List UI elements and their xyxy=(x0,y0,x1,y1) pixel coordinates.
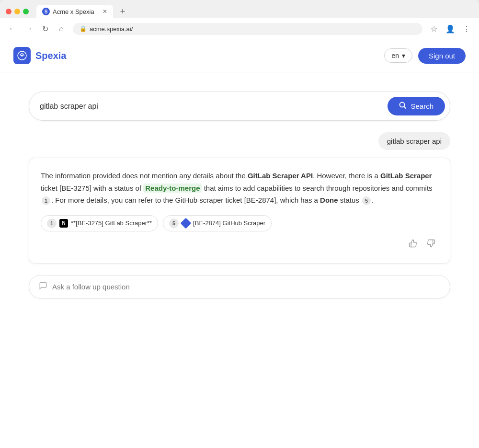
text-segment-2: . However, there is a xyxy=(313,172,380,180)
lock-icon: 🔒 xyxy=(80,25,87,32)
source-chip-1[interactable]: 1 N **[BE-3275] GitLab Scraper** xyxy=(41,215,158,231)
search-container: Search xyxy=(29,92,450,121)
bookmark-icon[interactable]: ☆ xyxy=(427,22,441,35)
search-button-label: Search xyxy=(411,102,433,110)
main-content: Search gitlab scraper api The informatio… xyxy=(0,72,479,318)
feedback-row xyxy=(41,237,438,252)
close-traffic-light[interactable] xyxy=(6,9,11,14)
profile-icon[interactable]: 👤 xyxy=(444,22,457,35)
url-text: acme.spexia.ai/ xyxy=(90,25,133,33)
text-segment-5: . For more details, you can refer to the… xyxy=(51,196,320,204)
refresh-button[interactable]: ↻ xyxy=(38,22,52,35)
ref-badge-5: 5 xyxy=(362,196,371,205)
forward-button[interactable]: → xyxy=(22,22,35,35)
source-chip-5[interactable]: 5 [BE-2874] GitHub Scraper xyxy=(163,215,272,231)
followup-container xyxy=(29,275,450,299)
browser-chrome: S Acme x Spexia ✕ + ← → ↻ ⌂ 🔒 acme.spexi… xyxy=(0,0,479,39)
minimize-traffic-light[interactable] xyxy=(14,9,20,14)
text-segment-4: that aims to add capabilities to search … xyxy=(202,184,432,192)
tab-title: Acme x Spexia xyxy=(53,8,94,15)
assistant-message: The information provided does not mentio… xyxy=(29,158,450,264)
lang-label: en xyxy=(391,52,399,59)
maximize-traffic-light[interactable] xyxy=(23,9,29,14)
search-input[interactable] xyxy=(40,102,388,111)
assistant-text: The information provided does not mentio… xyxy=(41,170,438,207)
new-tab-button[interactable]: + xyxy=(117,6,128,17)
url-field[interactable]: 🔒 acme.spexia.ai/ xyxy=(73,23,422,35)
traffic-lights xyxy=(6,9,29,14)
user-message: gitlab scraper api xyxy=(29,132,450,150)
browser-tab[interactable]: S Acme x Spexia ✕ xyxy=(36,5,113,18)
search-icon xyxy=(399,102,407,111)
ready-to-merge-badge: Ready-to-merge xyxy=(143,184,202,193)
ref-badge-1: 1 xyxy=(42,196,50,205)
app-header: Spexia en ▾ Sign out xyxy=(0,39,479,72)
sources-row: 1 N **[BE-3275] GitLab Scraper** 5 [BE-2… xyxy=(41,215,438,231)
messages-area: gitlab scraper api The information provi… xyxy=(29,132,450,264)
text-segment-1: The information provided does not mentio… xyxy=(41,172,248,180)
tab-favicon: S xyxy=(42,8,50,15)
gitlab-scraper-api-bold: GitLab Scraper API xyxy=(248,172,313,180)
language-selector[interactable]: en ▾ xyxy=(384,48,412,63)
diamond-icon xyxy=(181,218,192,229)
tab-close-icon[interactable]: ✕ xyxy=(103,8,107,15)
menu-icon[interactable]: ⋮ xyxy=(460,22,473,35)
logo: Spexia xyxy=(13,47,66,64)
chat-bubble-icon xyxy=(39,281,47,292)
logo-icon xyxy=(13,47,31,64)
followup-input[interactable] xyxy=(52,283,440,291)
thumbs-down-button[interactable] xyxy=(424,237,438,252)
back-button[interactable]: ← xyxy=(6,22,19,35)
sign-out-button[interactable]: Sign out xyxy=(418,48,466,64)
text-segment-3: ticket [BE-3275] with a status of xyxy=(41,184,143,192)
home-button[interactable]: ⌂ xyxy=(55,22,68,35)
user-bubble: gitlab scraper api xyxy=(378,132,450,150)
header-right: en ▾ Sign out xyxy=(384,48,466,64)
source-num-5: 5 xyxy=(169,218,179,228)
text-segment-6: status xyxy=(338,196,361,204)
search-button[interactable]: Search xyxy=(388,97,445,115)
nav-buttons: ← → ↻ ⌂ xyxy=(6,22,68,35)
logo-text: Spexia xyxy=(35,50,66,61)
source-label-1: **[BE-3275] GitLab Scraper** xyxy=(71,219,152,227)
source-num-1: 1 xyxy=(47,218,57,228)
address-bar: ← → ↻ ⌂ 🔒 acme.spexia.ai/ ☆ 👤 ⋮ xyxy=(0,18,479,39)
source-label-5: [BE-2874] GitHub Scraper xyxy=(193,219,265,227)
done-bold: Done xyxy=(320,196,338,204)
notion-icon: N xyxy=(59,219,68,228)
text-segment-7: . xyxy=(372,196,374,204)
gitlab-scraper-bold: GitLab Scraper xyxy=(380,172,432,180)
address-bar-right: ☆ 👤 ⋮ xyxy=(427,22,473,35)
user-message-text: gitlab scraper api xyxy=(387,137,442,145)
page-content: Spexia en ▾ Sign out Search xyxy=(0,39,479,448)
svg-point-0 xyxy=(21,55,23,57)
chevron-down-icon: ▾ xyxy=(402,52,405,59)
thumbs-up-button[interactable] xyxy=(406,237,420,252)
tab-bar: S Acme x Spexia ✕ + xyxy=(0,0,479,18)
